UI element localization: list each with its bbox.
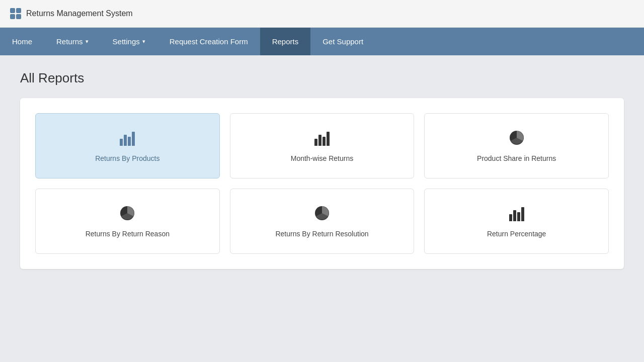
- report-card-label: Returns By Products: [95, 154, 159, 162]
- logo-icon: [10, 8, 21, 19]
- nav-item-settings[interactable]: Settings ▾: [101, 28, 157, 55]
- pie-chart-icon: [119, 205, 135, 224]
- top-bar: Returns Management System: [0, 0, 644, 28]
- pie-chart-icon: [509, 130, 525, 148]
- report-card-return-percentage[interactable]: Return Percentage: [424, 189, 609, 254]
- app-logo: Returns Management System: [10, 8, 133, 19]
- app-title: Returns Management System: [26, 9, 133, 18]
- chevron-down-icon: ▾: [86, 38, 89, 45]
- nav-item-get-support[interactable]: Get Support: [310, 28, 375, 55]
- page-title: All Reports: [20, 70, 624, 86]
- report-card-label: Return Percentage: [487, 230, 546, 238]
- main-content: All Reports Returns By Products: [0, 55, 644, 284]
- bar-chart-icon: [509, 205, 524, 224]
- reports-container: Returns By Products Month-wise Returns: [20, 98, 624, 269]
- report-card-month-wise-returns[interactable]: Month-wise Returns: [230, 113, 415, 178]
- report-card-label: Returns By Return Resolution: [275, 230, 368, 238]
- report-card-label: Month-wise Returns: [291, 154, 354, 162]
- report-card-returns-by-return-resolution[interactable]: Returns By Return Resolution: [230, 189, 415, 254]
- reports-grid: Returns By Products Month-wise Returns: [35, 113, 609, 254]
- report-card-label: Product Share in Returns: [477, 154, 556, 162]
- bar-chart-icon: [120, 130, 135, 148]
- report-card-returns-by-return-reason[interactable]: Returns By Return Reason: [35, 189, 220, 254]
- bar-chart-icon: [314, 130, 330, 148]
- nav-item-reports[interactable]: Reports: [260, 28, 311, 55]
- report-card-label: Returns By Return Reason: [86, 230, 170, 238]
- report-card-returns-by-products[interactable]: Returns By Products: [35, 113, 220, 178]
- pie-chart-icon: [314, 205, 330, 224]
- report-card-product-share-in-returns[interactable]: Product Share in Returns: [424, 113, 609, 178]
- nav-item-returns[interactable]: Returns ▾: [44, 28, 101, 55]
- nav-item-request-creation-form[interactable]: Request Creation Form: [157, 28, 260, 55]
- chevron-down-icon: ▾: [142, 38, 145, 45]
- nav-bar: Home Returns ▾ Settings ▾ Request Creati…: [0, 28, 644, 55]
- nav-item-home[interactable]: Home: [0, 28, 44, 55]
